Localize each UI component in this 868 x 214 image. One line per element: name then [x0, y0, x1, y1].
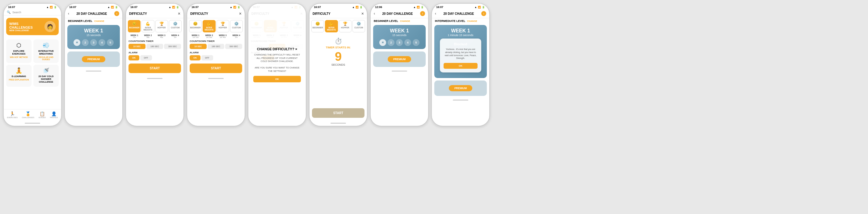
banner-text: WIMSCHALLENGES NEW CHALLENGE! [9, 22, 33, 31]
hoffer-icon-4: 🏆 [221, 22, 225, 26]
premium-button-8[interactable]: PREMIUM [449, 85, 472, 91]
wims-banner[interactable]: WIMSCHALLENGES NEW CHALLENGE! 🧑 [6, 18, 59, 35]
level-row-7: BEGINNER LEVEL CHANGE [371, 18, 428, 24]
nav-challenges[interactable]: 🏅 CHALLENGES [22, 111, 34, 118]
tab-custom-6[interactable]: ⚙️ CUSTOM [352, 20, 365, 32]
tab-beginner-4[interactable]: 😊 BEGINNER [189, 20, 202, 32]
change-button-7[interactable]: CHANGE [400, 20, 410, 23]
nav-guided[interactable]: 📋 GUIDED [39, 111, 46, 118]
start-button-6[interactable]: START [312, 108, 365, 118]
timer-180-4[interactable]: 180 SEC [208, 44, 224, 49]
tab-custom-4[interactable]: ⚙️ CUSTOM [230, 20, 243, 32]
nav-exercises[interactable]: 🏃 EXERCISES [7, 111, 18, 118]
change-button-8[interactable]: CHANGE [467, 20, 477, 23]
card-breathing[interactable]: 💨 INTERACTIVE BREATHING REGULAR AND GUID… [33, 39, 59, 63]
wk2-3: WEEK 230s [142, 34, 154, 38]
shower-title: 20 DAY COLD SHOWER CHALLENGE [35, 75, 57, 83]
time-7: 12:06 [375, 5, 382, 9]
intermediate-icon-3: 💪 [146, 22, 150, 26]
status-bar-7: 12:06 ▲📶🔋 [371, 4, 428, 9]
timer-300-4[interactable]: 300 SEC [225, 44, 242, 49]
timer-10-3[interactable]: 10 SEC [128, 44, 146, 49]
week1-title-2: WEEK 1 [84, 28, 103, 34]
premium-button-2[interactable]: PREMIUM [82, 56, 105, 62]
status-icons-1: ▲📶🔋 [46, 6, 57, 9]
beginner-icon-4: 😊 [193, 22, 198, 26]
dot-5: 5 [107, 39, 114, 46]
start-button-4[interactable]: START [190, 64, 242, 73]
tab-beginner-6[interactable]: 😊 BEGINNER [311, 20, 324, 32]
back-button-2[interactable]: ‹ [68, 11, 69, 16]
custom-label-3: CUSTOM [171, 27, 180, 29]
close-button-3[interactable]: × [178, 11, 180, 16]
card-elearning[interactable]: 🧘 E-LEARNING FREE EXPLANATION [6, 65, 32, 87]
week1-card-2[interactable]: WEEK 1 15 seconds ☀ 2 3 4 5 [67, 25, 120, 49]
tab-custom-3[interactable]: ⚙️ CUSTOM [169, 20, 182, 32]
tab-hoffer-3[interactable]: 🏆 HOFFER [155, 20, 168, 32]
timer-btns-4: 10 SEC 180 SEC 300 SEC [187, 43, 245, 50]
tab-intermediate-6[interactable]: 💪 INTERMEDIATE [325, 20, 338, 32]
week1-card-8[interactable]: WEEK 1 1 minute 15 seconds Blocked Yooho… [434, 25, 487, 78]
close-button-4[interactable]: × [239, 11, 242, 16]
time-1: 16:07 [8, 5, 15, 9]
diff-tabs-3: 😊 BEGINNER 💪 INTERMEDIATE 🏆 HOFFER ⚙️ CU… [126, 18, 184, 34]
challenge-circle-8: ! [481, 11, 486, 16]
custom-icon-3: ⚙️ [173, 22, 178, 26]
intermediate-icon-6: 💪 [329, 22, 334, 26]
alarm-on-4[interactable]: ON [190, 55, 200, 61]
alarm-off-3[interactable]: OFF [140, 55, 152, 61]
blocked-ok-button[interactable]: OK [443, 63, 477, 69]
premium-button-7[interactable]: PREMIUM [388, 56, 411, 62]
alarm-on-3[interactable]: ON [128, 55, 139, 61]
phone-3: 16:07 ▲📶🔋 DIFFICULTY × 😊 BEGINNER 💪 INTE… [125, 3, 184, 127]
alarm-off-4[interactable]: OFF [202, 55, 213, 61]
modal-ok-button-5[interactable]: OK [253, 76, 301, 82]
week-dots-2: ☀ 2 3 4 5 [73, 39, 114, 46]
profile-nav-icon: 👤 [51, 111, 57, 116]
diff-title-4: DIFFICULTY [190, 12, 208, 15]
timer-btns-3: 10 SEC 180 SEC 300 SEC [126, 43, 184, 50]
timer-300-3[interactable]: 300 SEC [164, 44, 181, 49]
dot-1: ☀ [73, 39, 80, 46]
back-button-8[interactable]: ‹ [435, 11, 436, 16]
wk1-3: WEEK 115s [128, 34, 141, 38]
tab-intermediate-4[interactable]: 💪 INTERMEDIATE [203, 20, 215, 32]
tab-hoffer-6[interactable]: 🏆 HOFFER [339, 20, 351, 32]
elearning-subtitle: FREE EXPLANATION [9, 79, 29, 81]
beginner-icon-6: 😊 [315, 22, 320, 26]
nav-profile[interactable]: 👤 PROFILE [50, 111, 58, 118]
start-button-3[interactable]: START [128, 64, 181, 73]
blocked-modal: Blocked Yoohooo.. it's nice that you are… [440, 39, 481, 72]
close-button-6[interactable]: × [362, 11, 364, 16]
diff-header-3: DIFFICULTY × [126, 9, 184, 18]
week1-sub-8: 1 minute 15 seconds [447, 34, 473, 37]
timer-10-4[interactable]: 10 SEC [190, 44, 207, 49]
exercises-subtitle: WIN HOF METHOD [10, 56, 28, 58]
nav-exercises-label: EXERCISES [7, 116, 18, 118]
challenge-header-7: ‹ 20 DAY CHALLENGE ! [371, 9, 428, 18]
status-bar-3: 16:07 ▲📶🔋 [126, 4, 184, 9]
card-exercises[interactable]: ⬡ EXPLORE EXERCISES WIN HOF METHOD [6, 39, 32, 63]
blocked-title: Blocked [443, 42, 477, 46]
phone-8: 16:07 ▲📶🔋 ‹ 20 DAY CHALLENGE ! INTERMEDI… [431, 3, 490, 127]
exercises-title: EXPLORE EXERCISES [8, 50, 30, 55]
guided-nav-icon: 📋 [39, 111, 45, 116]
card-shower[interactable]: 🚿 20 DAY COLD SHOWER CHALLENGE [33, 65, 59, 87]
change-button-2[interactable]: CHANGE [94, 20, 104, 23]
tab-hoffer-4[interactable]: 🏆 HOFFER [217, 20, 229, 32]
hoffer-label-4: HOFFER [219, 27, 227, 29]
status-bar-1: 16:07 ▲📶🔋 [4, 4, 61, 9]
phone-2: 16:07 ▲📶🔋 ‹ 20 DAY CHALLENGE ! BEGINNER … [64, 3, 123, 127]
dot-5-7: 5 [413, 39, 420, 46]
challenge-header-2: ‹ 20 DAY CHALLENGE ! [65, 9, 122, 18]
diff-tabs-6: 😊 BEGINNER 💪 INTERMEDIATE 🏆 HOFFER ⚙️ CU… [310, 18, 367, 34]
intermediate-label-4: INTERMEDIATE [205, 27, 213, 31]
week1-card-7[interactable]: WEEK 1 15 seconds ☀ 2 3 4 5 [373, 25, 426, 49]
back-button-7[interactable]: ‹ [374, 11, 375, 16]
timer-180-3[interactable]: 180 SEC [147, 44, 163, 49]
tab-intermediate-3[interactable]: 💪 INTERMEDIATE [142, 20, 154, 32]
search-icon: 🔍 [7, 10, 10, 14]
tab-beginner-3[interactable]: 😊 BEGINNER [128, 20, 141, 32]
hoffer-label-6: HOFFER [341, 27, 349, 29]
search-header: 🔍 Search [4, 9, 61, 15]
